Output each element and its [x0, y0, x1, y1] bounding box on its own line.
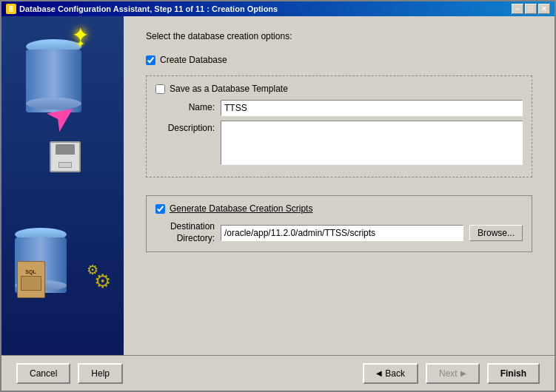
bottom-left-buttons: Cancel Help [16, 363, 123, 384]
back-label: Back [385, 368, 405, 379]
sql-book-icon: SQL [17, 261, 45, 298]
generate-scripts-checkbox[interactable] [155, 204, 165, 214]
save-template-label[interactable]: Save as a Database Template [170, 84, 288, 94]
minimize-button[interactable]: − [512, 4, 523, 14]
maximize-button[interactable]: □ [525, 4, 537, 14]
destination-row: DestinationDirectory: Browse... [155, 221, 523, 244]
save-template-checkbox[interactable] [155, 84, 165, 94]
next-label: Next [439, 368, 458, 379]
name-row: Name: [155, 100, 523, 116]
close-button[interactable]: ✕ [538, 4, 550, 14]
create-database-label[interactable]: Create Database [160, 55, 227, 65]
app-icon: 🗄 [6, 4, 16, 14]
finish-button[interactable]: Finish [487, 363, 540, 384]
description-label: Description: [155, 121, 215, 133]
description-row: Description: [155, 121, 523, 165]
help-button[interactable]: Help [78, 363, 123, 384]
template-group: Save as a Database Template Name: Descri… [146, 75, 532, 178]
floppy-icon [50, 141, 81, 172]
database-cylinder-top: ✦ ✦ [26, 45, 81, 108]
right-panel: Select the database creation options: Cr… [124, 16, 555, 355]
destination-input[interactable] [221, 225, 463, 241]
window-title: Database Configuration Assistant, Step 1… [19, 4, 278, 13]
content-area: ✦ ✦ ➤ [1, 16, 555, 355]
name-input[interactable] [221, 100, 523, 116]
section-label: Select the database creation options: [146, 31, 532, 41]
back-arrow-icon: ◀ [376, 369, 382, 377]
save-template-row: Save as a Database Template [155, 84, 523, 94]
left-panel: ✦ ✦ ➤ [1, 16, 124, 355]
wizard-illustration: ✦ ✦ ➤ [11, 38, 115, 334]
back-button[interactable]: ◀ Back [363, 363, 418, 384]
scripts-group: Generate Database Creation Scripts Desti… [146, 195, 532, 252]
sparkle-icon: ✦ [76, 38, 85, 50]
scripts-title-row: Generate Database Creation Scripts [155, 203, 523, 214]
next-button[interactable]: Next ▶ [426, 363, 480, 384]
browse-button[interactable]: Browse... [469, 225, 523, 241]
description-textarea[interactable] [221, 121, 523, 165]
bottom-right-buttons: ◀ Back Next ▶ Finish [363, 363, 540, 384]
main-window: 🗄 Database Configuration Assistant, Step… [0, 0, 556, 392]
cancel-button[interactable]: Cancel [16, 363, 70, 384]
create-database-checkbox[interactable] [146, 55, 155, 65]
title-bar-controls: − □ ✕ [512, 4, 550, 14]
next-arrow-icon: ▶ [460, 369, 466, 377]
name-label: Name: [155, 100, 215, 112]
bottom-bar: Cancel Help ◀ Back Next ▶ Finish [1, 355, 555, 391]
destination-label: DestinationDirectory: [155, 221, 215, 244]
title-bar-left: 🗄 Database Configuration Assistant, Step… [6, 4, 278, 14]
title-bar: 🗄 Database Configuration Assistant, Step… [1, 1, 555, 16]
generate-scripts-label[interactable]: Generate Database Creation Scripts [170, 203, 312, 214]
create-database-row: Create Database [146, 55, 532, 65]
gear-small-icon: ⚙ [87, 262, 98, 278]
